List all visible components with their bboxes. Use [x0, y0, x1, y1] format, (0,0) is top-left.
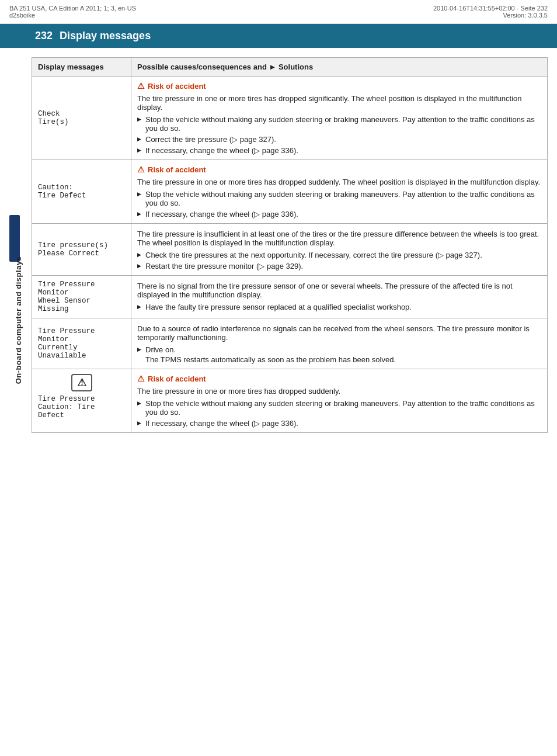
- solution-item: Drive on.The TPMS restarts automatically…: [137, 345, 541, 364]
- solution-item: If necessary, change the wheel (▷ page 3…: [137, 146, 541, 155]
- message-cell-row5: Tire Pressure Monitor Currently Unavaila…: [32, 318, 131, 369]
- table-row: Tire Pressure Monitor Currently Unavaila…: [32, 318, 548, 369]
- message-cell-row2: Caution: Tire Defect: [32, 160, 131, 224]
- display-messages-table: Display messages Possible causes/consequ…: [32, 57, 548, 433]
- message-cell-row6: ⚠Tire Pressure Caution: Tire Defect: [32, 369, 131, 433]
- solutions-list: Stop the vehicle without making any sudd…: [137, 399, 541, 428]
- solution-item: Stop the vehicle without making any sudd…: [137, 399, 541, 417]
- main-content: Display messages Possible causes/consequ…: [27, 57, 548, 583]
- risk-label: Risk of accident: [148, 374, 206, 383]
- table-row: ⚠Tire Pressure Caution: Tire Defect⚠Risk…: [32, 369, 548, 433]
- page-header: BA 251 USA, CA Edition A 2011; 1; 3, en-…: [0, 0, 557, 24]
- solution-item: Correct the tire pressure (▷ page 327).: [137, 135, 541, 144]
- sidebar: On-board computer and displays: [9, 57, 27, 583]
- solution-item: If necessary, change the wheel (▷ page 3…: [137, 210, 541, 219]
- section-number: 232: [35, 30, 53, 42]
- sidebar-bar: [9, 215, 20, 262]
- solutions-list: Stop the vehicle without making any sudd…: [137, 190, 541, 219]
- description: The tire pressure in one or more tires h…: [137, 94, 541, 112]
- solution-item: Stop the vehicle without making any sudd…: [137, 115, 541, 133]
- risk-label: Risk of accident: [148, 165, 206, 174]
- solution-item: Restart the tire pressure monitor (▷ pag…: [137, 262, 541, 271]
- description: The tire pressure is insufficient in at …: [137, 230, 541, 247]
- risk-header: ⚠Risk of accident: [137, 81, 541, 91]
- message-cell-row3: Tire pressure(s) Please Correct: [32, 224, 131, 276]
- solutions-cell-row5: Due to a source of radio interference no…: [131, 318, 548, 369]
- warning-icon: ⚠: [38, 374, 125, 391]
- col1-header: Display messages: [32, 58, 131, 77]
- risk-triangle-icon: ⚠: [137, 81, 145, 91]
- solution-subtext: The TPMS restarts automatically as soon …: [145, 355, 541, 364]
- message-cell-row1: Check Tire(s): [32, 77, 131, 160]
- risk-label: Risk of accident: [148, 82, 206, 91]
- sidebar-label: On-board computer and displays: [14, 256, 23, 384]
- solutions-cell-row3: The tire pressure is insufficient in at …: [131, 224, 548, 276]
- solutions-list: Check the tire pressures at the next opp…: [137, 251, 541, 271]
- solutions-list: Have the faulty tire pressure sensor rep…: [137, 303, 541, 311]
- risk-triangle-icon: ⚠: [137, 165, 145, 174]
- solutions-list: Drive on.The TPMS restarts automatically…: [137, 345, 541, 364]
- solution-item: If necessary, change the wheel (▷ page 3…: [137, 419, 541, 428]
- table-row: Check Tire(s)⚠Risk of accidentThe tire p…: [32, 77, 548, 160]
- risk-header: ⚠Risk of accident: [137, 374, 541, 383]
- risk-triangle-icon: ⚠: [137, 374, 145, 383]
- solutions-cell-row6: ⚠Risk of accidentThe tire pressure in on…: [131, 369, 548, 433]
- table-row: Tire Pressure Monitor Wheel Sensor Missi…: [32, 276, 548, 318]
- solution-item: Stop the vehicle without making any sudd…: [137, 190, 541, 207]
- risk-header: ⚠Risk of accident: [137, 165, 541, 174]
- table-row: Caution: Tire Defect⚠Risk of accidentThe…: [32, 160, 548, 224]
- table-row: Tire pressure(s) Please CorrectThe tire …: [32, 224, 548, 276]
- warning-box: ⚠: [71, 374, 92, 391]
- solution-item: Have the faulty tire pressure sensor rep…: [137, 303, 541, 311]
- col2-header: Possible causes/consequences and ► Solut…: [131, 58, 548, 77]
- header-right: 2010-04-16T14:31:55+02:00 - Seite 232 Ve…: [433, 5, 548, 19]
- solutions-cell-row2: ⚠Risk of accidentThe tire pressure in on…: [131, 160, 548, 224]
- description: Due to a source of radio interference no…: [137, 324, 541, 342]
- solution-item: Check the tire pressures at the next opp…: [137, 251, 541, 259]
- solutions-cell-row1: ⚠Risk of accidentThe tire pressure in on…: [131, 77, 548, 160]
- header-left: BA 251 USA, CA Edition A 2011; 1; 3, en-…: [9, 5, 136, 19]
- message-cell-row4: Tire Pressure Monitor Wheel Sensor Missi…: [32, 276, 131, 318]
- description: There is no signal from the tire pressur…: [137, 282, 541, 299]
- description: The tire pressure in one or more tires h…: [137, 178, 541, 186]
- section-header: 232 Display messages: [0, 24, 557, 48]
- section-title: Display messages: [60, 30, 151, 42]
- solutions-cell-row4: There is no signal from the tire pressur…: [131, 276, 548, 318]
- solutions-list: Stop the vehicle without making any sudd…: [137, 115, 541, 155]
- description: The tire pressure in one or more tires h…: [137, 387, 541, 396]
